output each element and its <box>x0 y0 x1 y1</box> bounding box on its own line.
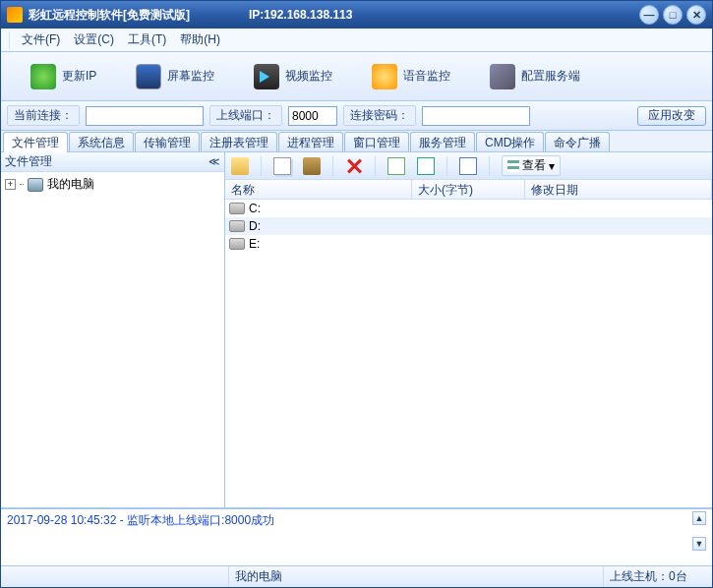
app-title: 彩虹远程控制软件[免费测试版] <box>29 7 190 24</box>
paste-icon[interactable] <box>303 157 321 175</box>
col-date[interactable]: 修改日期 <box>525 180 712 199</box>
config-server-button[interactable]: 配置服务端 <box>490 64 580 89</box>
view-label: 查看 <box>522 157 546 174</box>
tab-registry[interactable]: 注册表管理 <box>201 132 277 151</box>
tab-broadcast[interactable]: 命令广播 <box>545 132 610 151</box>
delete-icon[interactable] <box>345 157 363 175</box>
config-icon <box>490 64 515 89</box>
video-label: 视频监控 <box>285 68 332 85</box>
tab-process[interactable]: 进程管理 <box>278 132 343 151</box>
expand-icon[interactable]: + <box>5 179 16 190</box>
right-pane: 查看 ▾ 名称 大小(字节) 修改日期 C: D: E: <box>225 152 712 507</box>
col-size[interactable]: 大小(字节) <box>412 180 525 199</box>
file-toolbar: 查看 ▾ <box>225 152 712 180</box>
close-button[interactable]: ✕ <box>686 5 706 25</box>
list-item[interactable]: E: <box>225 235 712 253</box>
title-ip: IP:192.168.138.113 <box>249 8 352 22</box>
video-icon <box>254 64 279 89</box>
computer-icon <box>28 178 43 192</box>
menu-help[interactable]: 帮助(H) <box>176 29 224 50</box>
drive-icon <box>229 203 245 214</box>
menu-settings[interactable]: 设置(C) <box>70 29 118 50</box>
menu-file[interactable]: 文件(F) <box>18 29 64 50</box>
log-line: 2017-09-28 10:45:32 - 监听本地上线端口:8000成功 <box>7 513 274 527</box>
tree-root-label: 我的电脑 <box>47 176 94 193</box>
status-hosts: 上线主机：0台 <box>604 566 712 587</box>
log-area: 2017-09-28 10:45:32 - 监听本地上线端口:8000成功 ▲ … <box>1 508 712 565</box>
screen-icon <box>136 64 161 89</box>
log-scroll: ▲ ▼ <box>692 511 708 551</box>
scroll-up-icon[interactable]: ▲ <box>692 511 706 525</box>
minimize-button[interactable]: — <box>639 5 659 25</box>
status-cell-1 <box>1 566 229 587</box>
list-item[interactable]: C: <box>225 200 712 217</box>
new-folder-icon[interactable] <box>387 157 405 175</box>
list-item[interactable]: D: <box>225 217 712 235</box>
download-icon[interactable] <box>417 157 435 175</box>
screen-monitor-button[interactable]: 屏幕监控 <box>136 64 214 89</box>
pwd-input[interactable] <box>422 106 530 126</box>
view-icon <box>507 160 519 172</box>
tab-sysinfo[interactable]: 系统信息 <box>69 132 134 151</box>
tabbar: 文件管理 系统信息 传输管理 注册表管理 进程管理 窗口管理 服务管理 CMD操… <box>1 131 712 152</box>
video-monitor-button[interactable]: 视频监控 <box>254 64 332 89</box>
list-header: 名称 大小(字节) 修改日期 <box>225 180 712 200</box>
port-label: 上线端口： <box>209 105 282 126</box>
main-toolbar: 更新IP 屏幕监控 视频监控 语音监控 配置服务端 <box>1 52 712 101</box>
audio-icon <box>372 64 397 89</box>
file-list[interactable]: C: D: E: <box>225 200 712 507</box>
statusbar: 我的电脑 上线主机：0台 <box>1 565 712 587</box>
menu-tools[interactable]: 工具(T) <box>124 29 170 50</box>
left-pane-header: 文件管理 ≪ <box>1 152 224 172</box>
collapse-icon[interactable]: ≪ <box>208 155 220 168</box>
tab-window[interactable]: 窗口管理 <box>344 132 409 151</box>
port-input[interactable] <box>288 106 337 126</box>
pwd-label: 连接密码： <box>343 105 416 126</box>
drive-icon <box>229 238 245 250</box>
screen-label: 屏幕监控 <box>167 68 214 85</box>
tree: + 我的电脑 <box>1 172 224 507</box>
status-path: 我的电脑 <box>229 566 604 587</box>
connection-row: 当前连接： 上线端口： 连接密码： 应用改变 <box>1 101 712 131</box>
config-label: 配置服务端 <box>521 68 580 85</box>
tree-root-node[interactable]: + 我的电脑 <box>5 176 220 193</box>
drive-label: D: <box>249 219 261 233</box>
main-area: 文件管理 ≪ + 我的电脑 <box>1 152 712 508</box>
update-ip-label: 更新IP <box>62 68 96 85</box>
drive-label: E: <box>249 237 260 251</box>
scroll-down-icon[interactable]: ▼ <box>692 537 706 551</box>
menubar: 文件(F) 设置(C) 工具(T) 帮助(H) <box>1 29 712 52</box>
titlebar[interactable]: 彩虹远程控制软件[免费测试版] IP:192.168.138.113 — □ ✕ <box>1 1 712 29</box>
drive-label: C: <box>249 202 261 215</box>
copy-icon[interactable] <box>273 157 291 175</box>
up-folder-icon[interactable] <box>231 157 249 175</box>
maximize-button[interactable]: □ <box>663 5 683 25</box>
drive-icon <box>229 220 245 232</box>
app-window: 彩虹远程控制软件[免费测试版] IP:192.168.138.113 — □ ✕… <box>0 0 713 588</box>
current-conn-input[interactable] <box>86 106 204 126</box>
tab-cmd[interactable]: CMD操作 <box>476 132 544 151</box>
current-conn-label: 当前连接： <box>7 105 80 126</box>
tab-file-manage[interactable]: 文件管理 <box>3 132 68 152</box>
refresh-icon <box>30 64 56 89</box>
view-button[interactable]: 查看 ▾ <box>502 155 561 176</box>
col-name[interactable]: 名称 <box>225 180 412 199</box>
apply-button[interactable]: 应用改变 <box>637 106 706 126</box>
tab-service[interactable]: 服务管理 <box>410 132 475 151</box>
app-icon <box>7 7 23 23</box>
audio-monitor-button[interactable]: 语音监控 <box>372 64 450 89</box>
audio-label: 语音监控 <box>403 68 450 85</box>
run-icon[interactable] <box>459 157 477 175</box>
tab-transfer[interactable]: 传输管理 <box>135 132 200 151</box>
left-pane-title: 文件管理 <box>5 153 52 170</box>
update-ip-button[interactable]: 更新IP <box>30 64 96 89</box>
chevron-down-icon: ▾ <box>549 159 555 173</box>
left-pane: 文件管理 ≪ + 我的电脑 <box>1 152 225 507</box>
